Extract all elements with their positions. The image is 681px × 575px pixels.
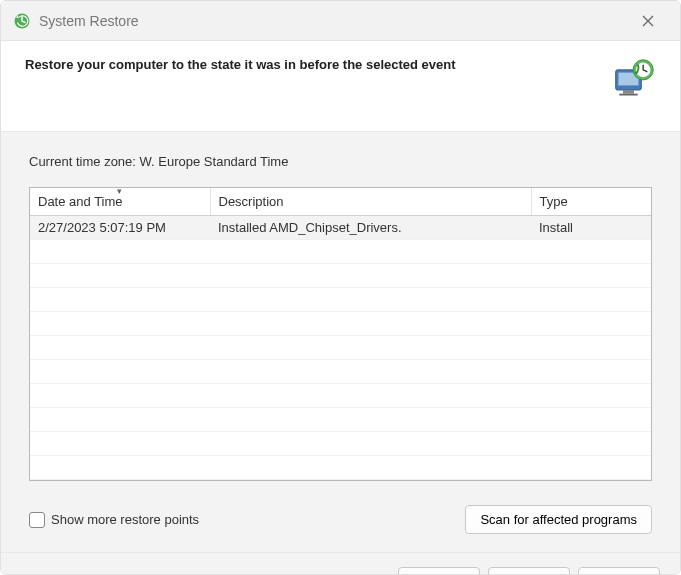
table-row-empty: [30, 408, 651, 432]
column-header-date-label: Date and Time: [38, 194, 123, 209]
table-row-empty: [30, 336, 651, 360]
window-title: System Restore: [39, 13, 628, 29]
table-row-empty: [30, 288, 651, 312]
table-row-empty: [30, 312, 651, 336]
table-row-empty: [30, 240, 651, 264]
column-header-description-label: Description: [219, 194, 284, 209]
checkbox-box: [29, 512, 45, 528]
timezone-line: Current time zone: W. Europe Standard Ti…: [29, 154, 652, 169]
restore-monitor-clock-icon: [612, 57, 656, 101]
headline-text: Restore your computer to the state it wa…: [25, 57, 602, 72]
cell-description: Installed AMD_Chipset_Drivers.: [210, 216, 531, 240]
close-button[interactable]: [628, 1, 668, 41]
wizard-header: Restore your computer to the state it wa…: [1, 41, 680, 132]
table-row-empty: [30, 384, 651, 408]
restore-points-table: ▾ Date and Time Description Type 2/27/20…: [29, 187, 652, 481]
column-header-description[interactable]: Description: [210, 188, 531, 216]
show-more-checkbox[interactable]: Show more restore points: [29, 512, 199, 528]
wizard-body: Current time zone: W. Europe Standard Ti…: [1, 132, 680, 552]
scan-affected-button[interactable]: Scan for affected programs: [465, 505, 652, 534]
sort-descending-icon: ▾: [117, 187, 122, 196]
column-header-date[interactable]: ▾ Date and Time: [30, 188, 210, 216]
table-row-empty: [30, 360, 651, 384]
close-icon: [642, 15, 654, 27]
table-row-empty: [30, 456, 651, 480]
cell-date: 2/27/2023 5:07:19 PM: [30, 216, 210, 240]
timezone-value: W. Europe Standard Time: [140, 154, 289, 169]
table-row[interactable]: 2/27/2023 5:07:19 PM Installed AMD_Chips…: [30, 216, 651, 240]
column-header-type-label: Type: [540, 194, 568, 209]
column-header-type[interactable]: Type: [531, 188, 651, 216]
title-bar: System Restore: [1, 1, 680, 41]
cancel-button[interactable]: Cancel: [578, 567, 660, 575]
svg-rect-3: [623, 90, 634, 94]
back-button[interactable]: < Back: [398, 567, 480, 575]
system-restore-icon: [13, 12, 31, 30]
next-button[interactable]: Next >: [488, 567, 570, 575]
table-row-empty: [30, 264, 651, 288]
timezone-label: Current time zone:: [29, 154, 136, 169]
svg-rect-4: [619, 94, 637, 96]
options-row: Show more restore points Scan for affect…: [29, 505, 652, 534]
wizard-footer: < Back Next > Cancel: [1, 552, 680, 575]
show-more-label: Show more restore points: [51, 512, 199, 527]
table-row-empty: [30, 432, 651, 456]
cell-type: Install: [531, 216, 651, 240]
